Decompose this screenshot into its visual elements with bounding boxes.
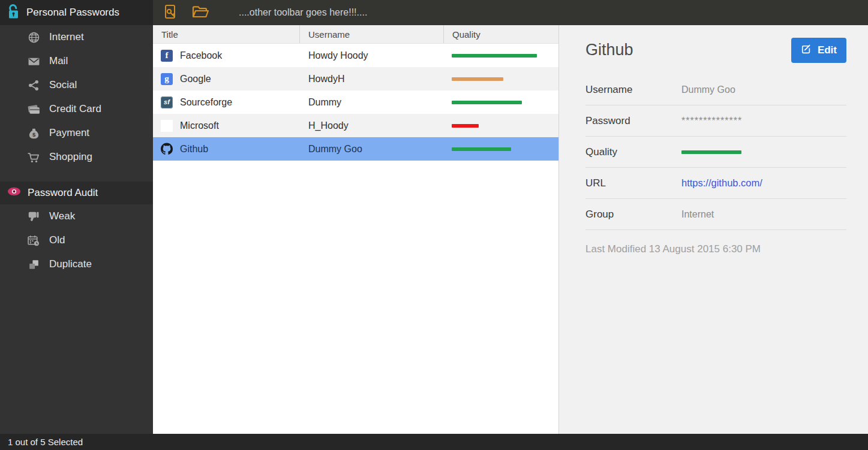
detail-field-group: Group Internet bbox=[585, 199, 846, 230]
edit-button[interactable]: Edit bbox=[791, 38, 846, 63]
field-label: Password bbox=[585, 115, 681, 127]
quality-bar bbox=[681, 150, 741, 154]
credit-card-icon bbox=[26, 103, 41, 116]
sidebar-item-label: Mail bbox=[49, 55, 68, 67]
sidebar-group-personal-passwords[interactable]: Personal Passwords bbox=[0, 0, 153, 25]
globe-icon bbox=[26, 31, 41, 44]
entry-username: Dummy Goo bbox=[300, 144, 444, 155]
entry-title: Microsoft bbox=[180, 120, 219, 131]
detail-field-username: Username Dummy Goo bbox=[585, 74, 846, 105]
sidebar-item-weak[interactable]: Weak bbox=[0, 204, 153, 228]
sidebar-group-label: Personal Passwords bbox=[26, 7, 119, 19]
field-label: Quality bbox=[585, 146, 681, 158]
table-row-facebook[interactable]: f Facebook Howdy Hoody bbox=[153, 44, 558, 67]
table-row-sourceforge[interactable]: sf Sourceforge Dummy bbox=[153, 90, 558, 114]
detail-pane: Github Edit Username Dummy Goo Password bbox=[558, 25, 868, 434]
field-value: Dummy Goo bbox=[681, 84, 735, 95]
sidebar-item-label: Social bbox=[49, 79, 77, 91]
quality-bar bbox=[452, 77, 503, 81]
quality-bar bbox=[452, 54, 537, 58]
sidebar: Internet Mail bbox=[0, 25, 153, 434]
quality-bar bbox=[452, 124, 479, 128]
entry-username: H_Hoody bbox=[300, 120, 444, 131]
detail-title: Github bbox=[585, 41, 633, 59]
sidebar-item-mail[interactable]: Mail bbox=[0, 49, 153, 73]
content-area: Internet Mail bbox=[0, 25, 868, 434]
import-document-key-button[interactable] bbox=[163, 4, 179, 22]
entry-title: Github bbox=[180, 144, 208, 155]
table-row-microsoft[interactable]: Microsoft H_Hoody bbox=[153, 114, 558, 137]
field-label: Group bbox=[585, 209, 681, 221]
microsoft-icon bbox=[161, 120, 173, 132]
document-key-icon bbox=[163, 4, 179, 22]
password-list: Title Username Quality f Facebook Howdy … bbox=[153, 25, 558, 434]
mail-icon bbox=[26, 55, 41, 68]
svg-text:$: $ bbox=[32, 131, 35, 138]
sidebar-item-credit-card[interactable]: Credit Card bbox=[0, 97, 153, 121]
table-row-google[interactable]: g Google HowdyH bbox=[153, 67, 558, 90]
entry-username: Dummy bbox=[300, 97, 444, 108]
detail-field-quality: Quality bbox=[585, 137, 846, 168]
column-header-username[interactable]: Username bbox=[300, 25, 444, 43]
detail-field-url: URL https://github.com/ bbox=[585, 168, 846, 199]
entry-username: HowdyH bbox=[300, 74, 444, 84]
toolbar-placeholder-text: ....other toolbar goes here!!!.... bbox=[239, 7, 367, 18]
sidebar-item-old[interactable]: Old bbox=[0, 228, 153, 252]
shopping-cart-icon bbox=[26, 151, 41, 164]
column-header-title[interactable]: Title bbox=[153, 25, 300, 43]
sidebar-item-label: Weak bbox=[49, 210, 75, 222]
field-label: URL bbox=[585, 177, 681, 189]
sidebar-item-social[interactable]: Social bbox=[0, 73, 153, 97]
sidebar-item-payment[interactable]: $ Payment bbox=[0, 121, 153, 145]
table-header: Title Username Quality bbox=[153, 25, 558, 44]
edit-button-label: Edit bbox=[818, 44, 837, 56]
last-modified-text: Last Modified 13 August 2015 6:30 PM bbox=[585, 243, 846, 255]
sidebar-group-label: Password Audit bbox=[28, 187, 98, 199]
github-icon bbox=[161, 143, 173, 155]
field-label: Username bbox=[585, 84, 681, 96]
top-bar: Personal Passwords bbox=[0, 0, 868, 25]
money-bag-icon: $ bbox=[26, 127, 41, 140]
selection-status-text: 1 out of 5 Selected bbox=[8, 437, 83, 447]
column-header-quality[interactable]: Quality bbox=[444, 25, 558, 43]
toolbar: ....other toolbar goes here!!!.... bbox=[153, 0, 868, 25]
entry-title: Google bbox=[180, 74, 211, 84]
status-bar: 1 out of 5 Selected bbox=[0, 434, 868, 450]
field-value-masked: ************** bbox=[681, 116, 742, 126]
table-row-github[interactable]: Github Dummy Goo bbox=[153, 137, 558, 161]
share-icon bbox=[26, 79, 41, 92]
open-folder-button[interactable] bbox=[191, 4, 210, 22]
url-link[interactable]: https://github.com/ bbox=[681, 177, 762, 189]
thumbs-down-icon bbox=[26, 210, 41, 223]
quality-bar bbox=[452, 147, 511, 151]
sidebar-item-label: Shopping bbox=[49, 151, 92, 163]
sidebar-item-internet[interactable]: Internet bbox=[0, 25, 153, 49]
facebook-icon: f bbox=[161, 50, 173, 62]
unlock-icon bbox=[7, 4, 20, 22]
password-manager-window: Personal Passwords bbox=[0, 0, 868, 450]
sidebar-item-duplicate[interactable]: Duplicate bbox=[0, 252, 153, 276]
sidebar-item-shopping[interactable]: Shopping bbox=[0, 145, 153, 169]
field-value: Internet bbox=[681, 209, 714, 220]
sourceforge-icon: sf bbox=[161, 96, 173, 108]
google-icon: g bbox=[161, 73, 173, 85]
quality-bar bbox=[452, 101, 522, 104]
open-folder-icon bbox=[191, 4, 210, 22]
sidebar-item-label: Payment bbox=[49, 127, 89, 139]
eye-icon bbox=[7, 187, 21, 199]
calendar-clock-icon bbox=[26, 234, 41, 247]
entry-title: Sourceforge bbox=[180, 97, 232, 108]
sidebar-group-password-audit[interactable]: Password Audit bbox=[0, 182, 153, 204]
entry-title: Facebook bbox=[180, 50, 222, 61]
sidebar-item-label: Old bbox=[49, 234, 65, 246]
duplicate-icon bbox=[26, 258, 41, 271]
edit-pencil-icon bbox=[801, 43, 812, 58]
detail-field-password: Password ************** bbox=[585, 105, 846, 137]
entry-username: Howdy Hoody bbox=[300, 50, 444, 61]
sidebar-item-label: Internet bbox=[49, 31, 84, 43]
sidebar-item-label: Duplicate bbox=[49, 258, 92, 270]
sidebar-item-label: Credit Card bbox=[49, 103, 101, 115]
